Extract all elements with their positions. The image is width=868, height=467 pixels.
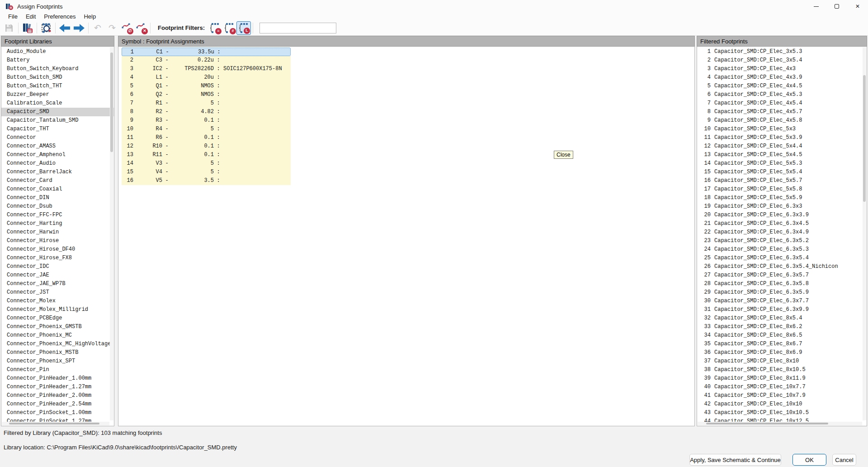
library-item[interactable]: Connector_Hirose — [1, 237, 114, 245]
menu-edit[interactable]: Edit — [22, 13, 40, 20]
footprint-item[interactable]: 37Capacitor_SMD:CP_Elec_8x10 — [697, 357, 867, 366]
footprint-item[interactable]: 34Capacitor_SMD:CP_Elec_8x6.5 — [697, 331, 867, 340]
library-item[interactable]: Connector_PinHeader_2.00mm — [1, 391, 114, 400]
library-item[interactable]: Connector_PinHeader_1.00mm — [1, 374, 114, 383]
footprint-item[interactable]: 14Capacitor_SMD:CP_Elec_5x5.3 — [697, 159, 867, 168]
footprint-item[interactable]: 26Capacitor_SMD:CP_Elec_6.3x5.4_Nichicon — [697, 262, 867, 271]
footprint-item[interactable]: 28Capacitor_SMD:CP_Elec_6.3x5.8 — [697, 280, 867, 288]
library-item[interactable]: Connector_Harwin — [1, 228, 114, 237]
footprint-item[interactable]: 17Capacitor_SMD:CP_Elec_5x5.8 — [697, 185, 867, 194]
assignment-row[interactable]: 3IC2-TPS28226D:SOIC127P600X175-8N — [122, 65, 291, 73]
maximize-button[interactable] — [826, 0, 847, 13]
library-item[interactable]: Connector — [1, 133, 114, 142]
footprint-item[interactable]: 19Capacitor_SMD:CP_Elec_6.3x3 — [697, 202, 867, 211]
assignment-row[interactable]: 10R4-5: — [122, 125, 291, 133]
library-item[interactable]: Connector_FFC-FPC — [1, 211, 114, 219]
library-item[interactable]: Connector_Phoenix_MC — [1, 331, 114, 340]
library-item[interactable]: Connector_PinSocket_1.00mm — [1, 409, 114, 417]
library-item[interactable]: Capacitor_Tantalum_SMD — [1, 116, 114, 125]
save-button[interactable] — [2, 21, 16, 35]
footprint-item[interactable]: 35Capacitor_SMD:CP_Elec_8x6.7 — [697, 340, 867, 348]
apply-save-continue-button[interactable]: Apply, Save Schematic & Continue — [689, 454, 781, 466]
scrollbar-thumb[interactable] — [863, 75, 866, 202]
library-item[interactable]: Connector_AMASS — [1, 142, 114, 151]
library-item[interactable]: Capacitor_THT — [1, 125, 114, 133]
libraries-vertical-scrollbar[interactable] — [110, 47, 113, 420]
library-item[interactable]: Connector_Pin — [1, 366, 114, 374]
assignment-row[interactable]: 2C3-0.22u: — [122, 56, 291, 65]
footprint-item[interactable]: 25Capacitor_SMD:CP_Elec_6.3x5.4 — [697, 254, 867, 262]
footprint-item[interactable]: 11Capacitor_SMD:CP_Elec_5x3.9 — [697, 133, 867, 142]
assignment-row[interactable]: 11R6-0.1: — [122, 133, 291, 142]
footprint-item[interactable]: 8Capacitor_SMD:CP_Elec_4x5.7 — [697, 108, 867, 116]
library-item[interactable]: Calibration_Scale — [1, 99, 114, 108]
library-item[interactable]: Connector_Molex_Milligrid — [1, 305, 114, 314]
footprint-item[interactable]: 33Capacitor_SMD:CP_Elec_8x6.2 — [697, 323, 867, 331]
library-item[interactable]: Battery — [1, 56, 114, 65]
library-item[interactable]: Connector_Card — [1, 176, 114, 185]
menu-help[interactable]: Help — [80, 13, 100, 20]
footprint-item[interactable]: 1Capacitor_SMD:CP_Elec_3x5.3 — [697, 48, 867, 56]
assignment-row[interactable]: 7R1-5: — [122, 99, 291, 108]
assignment-row[interactable]: 6Q2-NMOS: — [122, 91, 291, 99]
footprint-item[interactable]: 20Capacitor_SMD:CP_Elec_6.3x3.9 — [697, 211, 867, 219]
footprint-filter-input[interactable] — [259, 23, 336, 33]
cancel-button[interactable]: Cancel — [832, 454, 856, 466]
library-item[interactable]: Connector_PinHeader_1.27mm — [1, 383, 114, 391]
footprint-item[interactable]: 12Capacitor_SMD:CP_Elec_5x4.4 — [697, 142, 867, 151]
footprint-item[interactable]: 4Capacitor_SMD:CP_Elec_4x3.9 — [697, 73, 867, 82]
scrollbar-thumb[interactable] — [706, 423, 828, 424]
assignment-row[interactable]: 16V5-3.5: — [122, 176, 291, 185]
footprint-item[interactable]: 23Capacitor_SMD:CP_Elec_6.3x5.2 — [697, 237, 867, 245]
assignment-row[interactable]: 1C1-33.5u: — [122, 48, 291, 56]
library-item[interactable]: Connector_Hirose_DF40 — [1, 245, 114, 254]
footprint-item[interactable]: 29Capacitor_SMD:CP_Elec_6.3x5.9 — [697, 288, 867, 297]
footprint-item[interactable]: 16Capacitor_SMD:CP_Elec_5x5.7 — [697, 176, 867, 185]
footprint-item[interactable]: 36Capacitor_SMD:CP_Elec_8x6.9 — [697, 348, 867, 357]
minimize-button[interactable] — [806, 0, 826, 13]
footprint-item[interactable]: 6Capacitor_SMD:CP_Elec_4x5.3 — [697, 91, 867, 99]
library-item[interactable]: Connector_JAE — [1, 271, 114, 280]
library-item[interactable]: Connector_JAE_WP7B — [1, 280, 114, 288]
library-item[interactable]: Connector_Phoenix_SPT — [1, 357, 114, 366]
assignment-row[interactable]: 15V4-5: — [122, 168, 291, 176]
library-item[interactable]: Connector_Coaxial — [1, 185, 114, 194]
footprints-horizontal-scrollbar[interactable] — [698, 422, 862, 425]
assignment-row[interactable]: 8R2-4.82: — [122, 108, 291, 116]
footprints-vertical-scrollbar[interactable] — [863, 47, 866, 420]
forward-button[interactable] — [72, 21, 86, 35]
footprint-item[interactable]: 5Capacitor_SMD:CP_Elec_4x4.5 — [697, 82, 867, 91]
library-item[interactable]: Connector_JST — [1, 288, 114, 297]
library-item[interactable]: Button_Switch_THT — [1, 82, 114, 91]
footprint-item[interactable]: 40Capacitor_SMD:CP_Elec_10x7.7 — [697, 383, 867, 391]
ok-button[interactable]: OK — [793, 454, 826, 466]
close-button[interactable]: ✕ — [847, 0, 868, 13]
undo-button[interactable]: ↶ — [90, 21, 105, 35]
footprint-item[interactable]: 24Capacitor_SMD:CP_Elec_6.3x5.3 — [697, 245, 867, 254]
menu-preferences[interactable]: Preferences — [40, 13, 80, 20]
menu-file[interactable]: File — [4, 13, 22, 20]
assignment-row[interactable]: 13R11-0.1: — [122, 151, 291, 159]
assignment-row[interactable]: 12R10-0.1: — [122, 142, 291, 151]
view-selected-footprint-button[interactable] — [39, 21, 53, 35]
filter-by-pin-count-button[interactable]: # — [222, 21, 236, 35]
library-item[interactable]: Connector_Molex — [1, 297, 114, 305]
footprint-item[interactable]: 27Capacitor_SMD:CP_Elec_6.3x5.7 — [697, 271, 867, 280]
library-item[interactable]: Connector_PinHeader_2.54mm — [1, 400, 114, 409]
footprint-item[interactable]: 9Capacitor_SMD:CP_Elec_4x5.8 — [697, 116, 867, 125]
library-item[interactable]: Connector_Phoenix_MC_HighVoltage — [1, 340, 114, 348]
footprint-item[interactable]: 43Capacitor_SMD:CP_Elec_10x10.5 — [697, 409, 867, 417]
library-item[interactable]: Connector_Hirose_FX8 — [1, 254, 114, 262]
library-item[interactable]: Button_Switch_Keyboard — [1, 65, 114, 73]
redo-button[interactable]: ↷ — [105, 21, 119, 35]
footprint-item[interactable]: 42Capacitor_SMD:CP_Elec_10x10 — [697, 400, 867, 409]
delete-association-button[interactable]: ∅ — [119, 21, 134, 35]
footprint-item[interactable]: 21Capacitor_SMD:CP_Elec_6.3x4.5 — [697, 219, 867, 228]
libraries-horizontal-scrollbar[interactable] — [2, 422, 109, 425]
assignment-row[interactable]: 9R3-0.1: — [122, 116, 291, 125]
footprint-item[interactable]: 18Capacitor_SMD:CP_Elec_5x5.9 — [697, 194, 867, 202]
library-item[interactable]: Connector_Phoenix_GMSTB — [1, 323, 114, 331]
library-item[interactable]: Connector_Dsub — [1, 202, 114, 211]
library-item[interactable]: Audio_Module — [1, 48, 114, 56]
manage-footprint-libraries-button[interactable] — [20, 21, 35, 35]
